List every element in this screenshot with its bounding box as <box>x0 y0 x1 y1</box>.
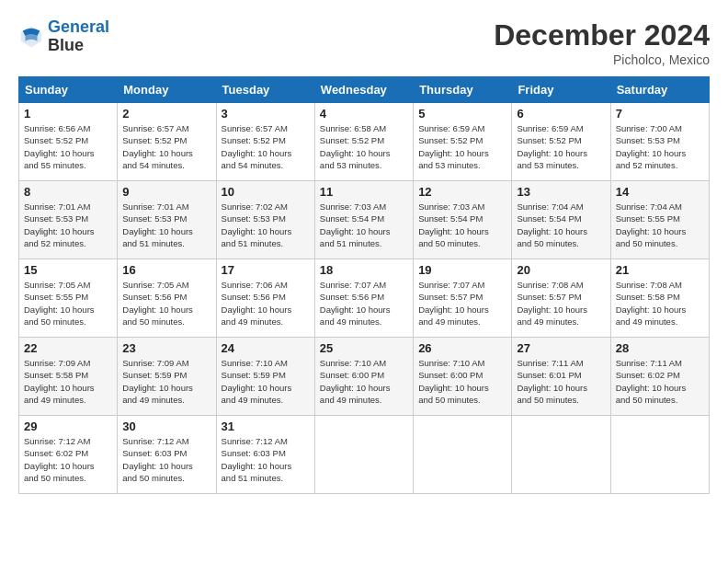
day-number: 9 <box>122 185 210 199</box>
calendar-cell <box>314 416 413 494</box>
day-number: 26 <box>418 341 506 355</box>
day-number: 6 <box>517 107 605 121</box>
day-number: 29 <box>24 419 112 433</box>
calendar-cell: 1Sunrise: 6:56 AM Sunset: 5:52 PM Daylig… <box>19 103 118 181</box>
day-number: 15 <box>24 263 112 277</box>
day-number: 31 <box>222 419 310 433</box>
calendar-cell: 23Sunrise: 7:09 AM Sunset: 5:59 PM Dayli… <box>118 338 216 416</box>
day-number: 16 <box>122 263 210 277</box>
calendar-cell: 2Sunrise: 6:57 AM Sunset: 5:52 PM Daylig… <box>118 103 216 181</box>
day-info: Sunrise: 7:05 AM Sunset: 5:55 PM Dayligh… <box>24 279 112 327</box>
calendar-cell: 6Sunrise: 6:59 AM Sunset: 5:52 PM Daylig… <box>512 103 610 181</box>
calendar-cell: 25Sunrise: 7:10 AM Sunset: 6:00 PM Dayli… <box>314 338 413 416</box>
weekday-wednesday: Wednesday <box>314 77 413 103</box>
day-number: 11 <box>320 185 408 199</box>
calendar-cell: 29Sunrise: 7:12 AM Sunset: 6:02 PM Dayli… <box>19 416 118 494</box>
calendar-cell: 19Sunrise: 7:07 AM Sunset: 5:57 PM Dayli… <box>414 259 512 338</box>
day-info: Sunrise: 7:02 AM Sunset: 5:53 PM Dayligh… <box>222 201 310 249</box>
calendar-cell: 5Sunrise: 6:59 AM Sunset: 5:52 PM Daylig… <box>414 103 512 181</box>
calendar-cell: 21Sunrise: 7:08 AM Sunset: 5:58 PM Dayli… <box>610 259 709 338</box>
day-number: 12 <box>418 185 506 199</box>
weekday-header-row: SundayMondayTuesdayWednesdayThursdayFrid… <box>19 77 710 103</box>
calendar-cell: 7Sunrise: 7:00 AM Sunset: 5:53 PM Daylig… <box>610 103 709 181</box>
calendar-cell: 14Sunrise: 7:04 AM Sunset: 5:55 PM Dayli… <box>610 181 709 259</box>
weekday-friday: Friday <box>512 77 610 103</box>
page-header: General Blue December 2024 Picholco, Mex… <box>18 18 710 67</box>
calendar-cell: 27Sunrise: 7:11 AM Sunset: 6:01 PM Dayli… <box>512 338 610 416</box>
day-number: 17 <box>222 263 310 277</box>
calendar-cell: 13Sunrise: 7:04 AM Sunset: 5:54 PM Dayli… <box>512 181 610 259</box>
day-info: Sunrise: 7:00 AM Sunset: 5:53 PM Dayligh… <box>616 122 704 171</box>
logo-icon <box>18 24 44 50</box>
calendar-cell: 4Sunrise: 6:58 AM Sunset: 5:52 PM Daylig… <box>314 103 413 181</box>
calendar-cell: 20Sunrise: 7:08 AM Sunset: 5:57 PM Dayli… <box>512 259 610 338</box>
calendar-cell: 18Sunrise: 7:07 AM Sunset: 5:56 PM Dayli… <box>314 259 413 338</box>
day-number: 7 <box>616 107 704 121</box>
weekday-monday: Monday <box>118 77 216 103</box>
calendar-cell: 9Sunrise: 7:01 AM Sunset: 5:53 PM Daylig… <box>118 181 216 259</box>
day-info: Sunrise: 7:07 AM Sunset: 5:56 PM Dayligh… <box>320 279 408 327</box>
day-number: 30 <box>122 419 210 433</box>
day-info: Sunrise: 7:08 AM Sunset: 5:58 PM Dayligh… <box>616 279 704 327</box>
day-info: Sunrise: 7:12 AM Sunset: 6:03 PM Dayligh… <box>122 435 210 484</box>
calendar-cell: 12Sunrise: 7:03 AM Sunset: 5:54 PM Dayli… <box>414 181 512 259</box>
weekday-sunday: Sunday <box>19 77 118 103</box>
logo-text-line2: Blue <box>48 37 109 55</box>
day-info: Sunrise: 7:07 AM Sunset: 5:57 PM Dayligh… <box>418 279 506 327</box>
day-info: Sunrise: 6:58 AM Sunset: 5:52 PM Dayligh… <box>320 122 408 171</box>
calendar-cell: 10Sunrise: 7:02 AM Sunset: 5:53 PM Dayli… <box>216 181 314 259</box>
day-number: 22 <box>24 341 112 355</box>
day-info: Sunrise: 7:04 AM Sunset: 5:54 PM Dayligh… <box>517 201 605 249</box>
day-number: 21 <box>616 263 704 277</box>
day-number: 18 <box>320 263 408 277</box>
day-info: Sunrise: 7:06 AM Sunset: 5:56 PM Dayligh… <box>222 279 310 327</box>
day-info: Sunrise: 7:11 AM Sunset: 6:02 PM Dayligh… <box>616 357 704 406</box>
day-number: 27 <box>517 341 605 355</box>
day-number: 24 <box>222 341 310 355</box>
day-info: Sunrise: 7:09 AM Sunset: 5:58 PM Dayligh… <box>24 357 112 406</box>
weekday-tuesday: Tuesday <box>216 77 314 103</box>
day-info: Sunrise: 7:10 AM Sunset: 6:00 PM Dayligh… <box>320 357 408 406</box>
day-info: Sunrise: 6:56 AM Sunset: 5:52 PM Dayligh… <box>24 122 112 171</box>
day-number: 8 <box>24 185 112 199</box>
calendar-cell <box>610 416 709 494</box>
day-info: Sunrise: 6:57 AM Sunset: 5:52 PM Dayligh… <box>122 122 210 171</box>
day-number: 19 <box>418 263 506 277</box>
calendar-cell: 31Sunrise: 7:12 AM Sunset: 6:03 PM Dayli… <box>216 416 314 494</box>
day-info: Sunrise: 7:09 AM Sunset: 5:59 PM Dayligh… <box>122 357 210 406</box>
logo: General Blue <box>18 18 109 55</box>
calendar-cell: 30Sunrise: 7:12 AM Sunset: 6:03 PM Dayli… <box>118 416 216 494</box>
day-info: Sunrise: 7:05 AM Sunset: 5:56 PM Dayligh… <box>122 279 210 327</box>
day-info: Sunrise: 7:11 AM Sunset: 6:01 PM Dayligh… <box>517 357 605 406</box>
day-number: 25 <box>320 341 408 355</box>
day-number: 3 <box>222 107 310 121</box>
calendar-body: 1Sunrise: 6:56 AM Sunset: 5:52 PM Daylig… <box>19 103 710 494</box>
week-row-2: 15Sunrise: 7:05 AM Sunset: 5:55 PM Dayli… <box>19 259 710 338</box>
day-number: 13 <box>517 185 605 199</box>
calendar-table: SundayMondayTuesdayWednesdayThursdayFrid… <box>18 76 710 494</box>
day-info: Sunrise: 6:59 AM Sunset: 5:52 PM Dayligh… <box>517 122 605 171</box>
calendar-cell: 22Sunrise: 7:09 AM Sunset: 5:58 PM Dayli… <box>19 338 118 416</box>
day-info: Sunrise: 7:12 AM Sunset: 6:03 PM Dayligh… <box>222 435 310 484</box>
day-info: Sunrise: 7:10 AM Sunset: 6:00 PM Dayligh… <box>418 357 506 406</box>
day-number: 10 <box>222 185 310 199</box>
day-info: Sunrise: 7:01 AM Sunset: 5:53 PM Dayligh… <box>24 201 112 249</box>
day-info: Sunrise: 7:10 AM Sunset: 5:59 PM Dayligh… <box>222 357 310 406</box>
day-info: Sunrise: 7:03 AM Sunset: 5:54 PM Dayligh… <box>418 201 506 249</box>
day-number: 2 <box>122 107 210 121</box>
calendar-cell <box>512 416 610 494</box>
calendar-cell: 11Sunrise: 7:03 AM Sunset: 5:54 PM Dayli… <box>314 181 413 259</box>
day-info: Sunrise: 7:01 AM Sunset: 5:53 PM Dayligh… <box>122 201 210 249</box>
day-info: Sunrise: 6:59 AM Sunset: 5:52 PM Dayligh… <box>418 122 506 171</box>
day-info: Sunrise: 7:04 AM Sunset: 5:55 PM Dayligh… <box>616 201 704 249</box>
day-number: 23 <box>122 341 210 355</box>
month-title: December 2024 <box>494 18 710 52</box>
calendar-cell: 8Sunrise: 7:01 AM Sunset: 5:53 PM Daylig… <box>19 181 118 259</box>
week-row-3: 22Sunrise: 7:09 AM Sunset: 5:58 PM Dayli… <box>19 338 710 416</box>
day-number: 28 <box>616 341 704 355</box>
week-row-0: 1Sunrise: 6:56 AM Sunset: 5:52 PM Daylig… <box>19 103 710 181</box>
day-number: 14 <box>616 185 704 199</box>
location: Picholco, Mexico <box>494 52 710 67</box>
week-row-4: 29Sunrise: 7:12 AM Sunset: 6:02 PM Dayli… <box>19 416 710 494</box>
day-info: Sunrise: 7:08 AM Sunset: 5:57 PM Dayligh… <box>517 279 605 327</box>
